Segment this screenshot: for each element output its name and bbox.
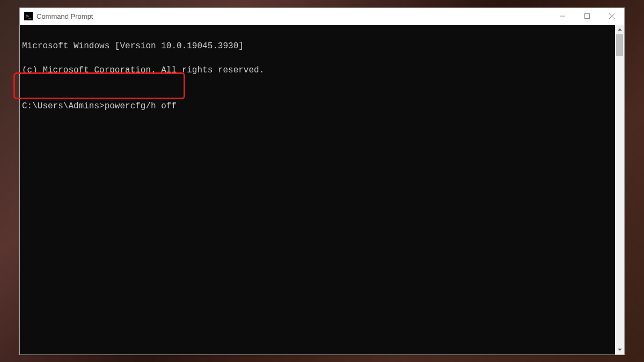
terminal-container: Microsoft Windows [Version 10.0.19045.39… [20,25,624,354]
window-controls [550,8,624,25]
svg-marker-4 [618,28,622,31]
scrollbar-thumb[interactable] [616,34,623,56]
window-title: Command Prompt [36,12,550,20]
copyright-line: (c) Microsoft Corporation. All rights re… [22,64,615,76]
terminal-output[interactable]: Microsoft Windows [Version 10.0.19045.39… [20,25,615,354]
cmd-icon [24,12,33,20]
scrollbar-down-arrow[interactable] [615,345,624,354]
minimize-button[interactable] [550,8,575,25]
vertical-scrollbar[interactable] [615,25,624,354]
command-prompt-window: Command Prompt Microsoft Windows [Versio… [19,8,625,355]
scrollbar-track[interactable] [615,34,624,345]
scrollbar-up-arrow[interactable] [615,25,624,34]
command-line: C:\Users\Admins>powercfg/h off [22,100,615,112]
titlebar[interactable]: Command Prompt [20,8,624,25]
svg-rect-1 [585,14,590,19]
version-line: Microsoft Windows [Version 10.0.19045.39… [22,40,615,52]
prompt-text: C:\Users\Admins> [22,101,105,111]
svg-marker-5 [618,349,622,351]
command-text: powercfg/h off [105,101,177,111]
close-button[interactable] [599,8,624,25]
maximize-button[interactable] [575,8,599,25]
